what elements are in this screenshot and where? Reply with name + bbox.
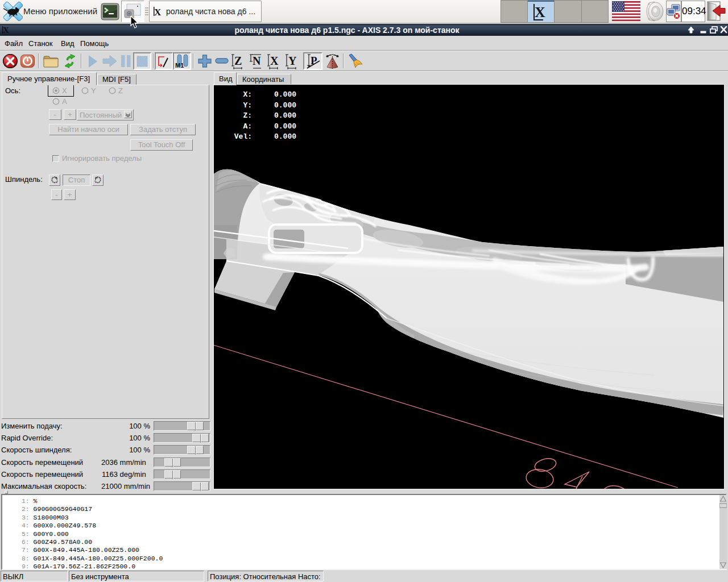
svg-text:Z: Z [234, 55, 242, 67]
svg-text:X: X [535, 4, 545, 20]
svg-text:Y: Y [288, 55, 297, 67]
svg-text:X: X [270, 55, 279, 67]
svg-text:X: X [154, 7, 162, 18]
svg-text:N: N [253, 55, 261, 67]
svg-text:M1: M1 [175, 62, 184, 69]
svg-text:P: P [311, 55, 317, 66]
